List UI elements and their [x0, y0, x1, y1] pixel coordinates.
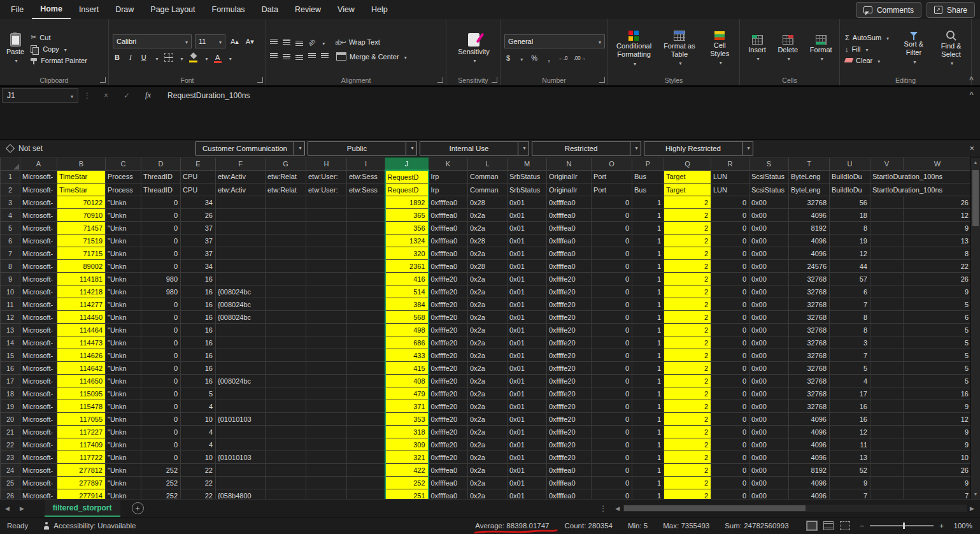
cell-P24[interactable]: 1 — [632, 464, 664, 477]
column-header-A[interactable]: A — [20, 158, 57, 171]
cell-M26[interactable]: 0x01 — [508, 489, 547, 500]
cell-A26[interactable]: Microsoft- — [20, 489, 57, 500]
cell-J23[interactable]: 321 — [385, 451, 429, 464]
cell-S14[interactable]: 0x00 — [749, 336, 789, 349]
cell-K6[interactable]: 0xffffea0 — [429, 235, 468, 247]
cell-B18[interactable]: 115095 — [57, 387, 106, 400]
cell-V7[interactable] — [870, 247, 904, 260]
cell-I3[interactable] — [347, 196, 385, 209]
cell-F14[interactable] — [216, 336, 266, 349]
comments-button[interactable]: Comments — [856, 2, 921, 18]
sensitivity-option-customer-communication[interactable]: Customer Communication — [195, 141, 305, 155]
cell-S20[interactable]: 0x00 — [749, 413, 789, 426]
column-header-R[interactable]: R — [711, 158, 749, 171]
zoom-in-icon[interactable]: + — [939, 522, 944, 530]
merge-center-button[interactable]: Merge & Center — [335, 52, 408, 61]
insert-function-icon[interactable]: fx — [145, 90, 151, 100]
decrease-font-size-button[interactable]: A▾ — [244, 37, 256, 47]
cell-J7[interactable]: 320 — [385, 247, 429, 260]
cell-G9[interactable] — [266, 273, 306, 285]
cell-T4[interactable]: 4096 — [789, 209, 830, 222]
cell-L10[interactable]: 0x2a — [468, 285, 508, 298]
cell-D26[interactable]: 252 — [141, 489, 181, 500]
cell-V9[interactable] — [870, 273, 904, 285]
cell-W16[interactable]: 5 — [904, 362, 971, 375]
cell-L17[interactable]: 0x2a — [468, 375, 508, 387]
cell-F21[interactable] — [216, 426, 266, 438]
cell-I4[interactable] — [347, 209, 385, 222]
cell-B7[interactable]: 71715 — [57, 247, 106, 260]
cell-M24[interactable]: 0x01 — [508, 464, 547, 477]
cell-P2[interactable]: Bus — [632, 184, 664, 196]
cell-A9[interactable]: Microsoft- — [20, 273, 57, 285]
cell-L8[interactable]: 0x28 — [468, 260, 508, 273]
new-sheet-button[interactable]: + — [132, 502, 144, 514]
cell-I22[interactable] — [347, 438, 385, 451]
cell-A11[interactable]: Microsoft- — [20, 298, 57, 311]
cell-O17[interactable]: 0 — [592, 375, 632, 387]
cell-J5[interactable]: 356 — [385, 222, 429, 235]
cell-G4[interactable] — [266, 209, 306, 222]
cell-P18[interactable]: 1 — [632, 387, 664, 400]
cell-N13[interactable]: 0xffffe20 — [547, 324, 592, 336]
cell-V2[interactable]: StartIoDuration_100ns — [870, 184, 904, 196]
cell-T19[interactable]: 32768 — [789, 400, 830, 413]
cell-F12[interactable]: {008024bc — [216, 311, 266, 324]
align-middle-icon[interactable] — [283, 39, 290, 46]
autosum-button[interactable]: ΣAutoSum — [844, 33, 894, 42]
close-sensitivity-bar-icon[interactable]: × — [969, 143, 974, 153]
cell-B17[interactable]: 114650 — [57, 375, 106, 387]
cell-V8[interactable] — [870, 260, 904, 273]
column-header-O[interactable]: O — [592, 158, 632, 171]
cell-U3[interactable]: 56 — [830, 196, 870, 209]
cell-I2[interactable]: etw:Sess — [347, 184, 385, 196]
cell-H22[interactable] — [306, 438, 347, 451]
cell-P11[interactable]: 1 — [632, 298, 664, 311]
cell-D20[interactable]: 0 — [141, 413, 181, 426]
cell-G7[interactable] — [266, 247, 306, 260]
cell-P1[interactable]: Bus — [632, 170, 664, 184]
cell-M22[interactable]: 0x01 — [508, 438, 547, 451]
orientation-icon[interactable]: ab — [307, 37, 317, 47]
cell-M18[interactable]: 0x01 — [508, 387, 547, 400]
cell-B21[interactable]: 117227 — [57, 426, 106, 438]
cell-S10[interactable]: 0x00 — [749, 285, 789, 298]
tab-page-layout[interactable]: Page Layout — [142, 0, 203, 19]
column-header-H[interactable]: H — [306, 158, 347, 171]
cell-G19[interactable] — [266, 400, 306, 413]
cell-U22[interactable]: 11 — [830, 438, 870, 451]
cell-A12[interactable]: Microsoft- — [20, 311, 57, 324]
row-header-23[interactable]: 23 — [1, 451, 20, 464]
cell-V6[interactable] — [870, 235, 904, 247]
cell-M10[interactable]: 0x01 — [508, 285, 547, 298]
row-header-9[interactable]: 9 — [1, 273, 20, 285]
cell-Q3[interactable]: 2 — [664, 196, 711, 209]
cell-D1[interactable]: ThreadID — [141, 170, 181, 184]
cell-B1[interactable]: TimeStar — [57, 170, 106, 184]
cell-W21[interactable]: 9 — [904, 426, 971, 438]
cell-F9[interactable] — [216, 273, 266, 285]
cell-U4[interactable]: 18 — [830, 209, 870, 222]
cell-I17[interactable] — [347, 375, 385, 387]
cell-A6[interactable]: Microsoft- — [20, 235, 57, 247]
cell-R18[interactable]: 0 — [711, 387, 749, 400]
column-header-K[interactable]: K — [429, 158, 468, 171]
clipboard-dialog-launcher[interactable] — [100, 77, 106, 83]
cell-M4[interactable]: 0x01 — [508, 209, 547, 222]
zoom-out-icon[interactable]: − — [860, 522, 865, 530]
name-box-dropdown-icon[interactable] — [69, 91, 73, 100]
tab-view[interactable]: View — [329, 0, 363, 19]
cell-G8[interactable] — [266, 260, 306, 273]
cell-H25[interactable] — [306, 477, 347, 489]
cell-P3[interactable]: 1 — [632, 196, 664, 209]
percent-style-button[interactable]: % — [529, 54, 539, 62]
cell-D25[interactable]: 252 — [141, 477, 181, 489]
cell-M13[interactable]: 0x01 — [508, 324, 547, 336]
cell-A13[interactable]: Microsoft- — [20, 324, 57, 336]
cell-H12[interactable] — [306, 311, 347, 324]
cell-P5[interactable]: 1 — [632, 222, 664, 235]
cell-E22[interactable]: 4 — [181, 438, 216, 451]
find-select-button[interactable]: Find & Select — [934, 29, 969, 69]
cell-Q6[interactable]: 2 — [664, 235, 711, 247]
scroll-right-icon[interactable]: ▶ — [967, 505, 977, 512]
